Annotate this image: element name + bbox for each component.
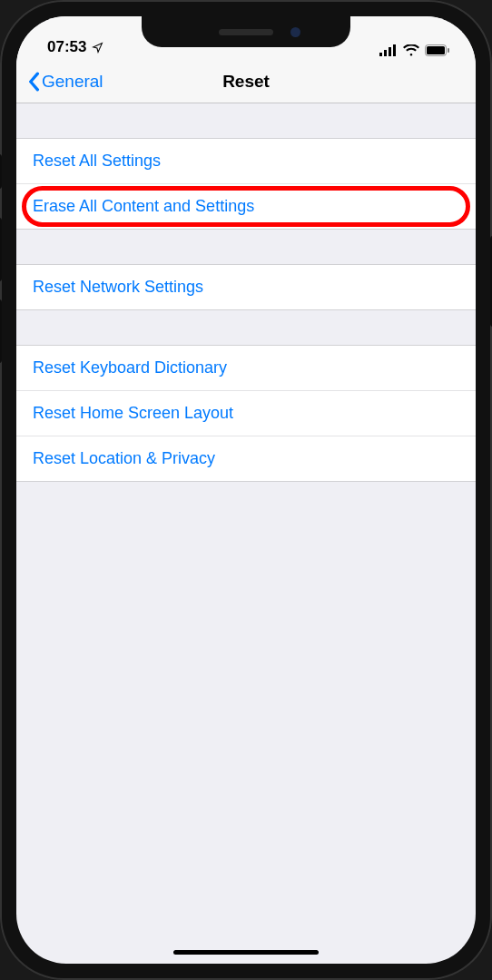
volume-up-button bbox=[0, 218, 2, 281]
cell-label: Reset All Settings bbox=[33, 152, 161, 170]
back-button[interactable]: General bbox=[27, 72, 103, 92]
reset-home-screen-layout-cell[interactable]: Reset Home Screen Layout bbox=[16, 391, 476, 436]
notch-camera bbox=[290, 27, 300, 37]
reset-keyboard-dictionary-cell[interactable]: Reset Keyboard Dictionary bbox=[16, 345, 476, 391]
status-time: 07:53 bbox=[47, 38, 86, 56]
erase-all-content-cell[interactable]: Erase All Content and Settings bbox=[16, 184, 476, 230]
mute-switch bbox=[0, 154, 2, 189]
svg-rect-0 bbox=[379, 53, 382, 56]
settings-group-3: Reset Keyboard Dictionary Reset Home Scr… bbox=[16, 345, 476, 482]
phone-frame: 07:53 bbox=[0, 0, 492, 980]
screen: 07:53 bbox=[16, 16, 476, 964]
settings-group-1: Reset All Settings Erase All Content and… bbox=[16, 138, 476, 230]
svg-rect-1 bbox=[384, 50, 387, 56]
cell-label: Reset Network Settings bbox=[33, 278, 203, 296]
chevron-left-icon bbox=[27, 72, 40, 92]
cell-label: Erase All Content and Settings bbox=[33, 197, 254, 215]
svg-rect-5 bbox=[427, 46, 445, 54]
nav-title: Reset bbox=[222, 72, 270, 92]
cellular-signal-icon bbox=[379, 44, 398, 56]
location-icon bbox=[92, 42, 103, 54]
svg-rect-3 bbox=[393, 44, 396, 56]
volume-down-button bbox=[0, 299, 2, 363]
wifi-icon bbox=[403, 44, 419, 56]
reset-location-privacy-cell[interactable]: Reset Location & Privacy bbox=[16, 436, 476, 482]
back-label: General bbox=[42, 72, 103, 92]
reset-network-settings-cell[interactable]: Reset Network Settings bbox=[16, 264, 476, 310]
cell-label: Reset Home Screen Layout bbox=[33, 404, 233, 422]
nav-bar: General Reset bbox=[16, 60, 476, 103]
cell-label: Reset Location & Privacy bbox=[33, 449, 215, 467]
settings-list: Reset All Settings Erase All Content and… bbox=[16, 103, 476, 482]
notch-speaker bbox=[219, 29, 273, 35]
reset-all-settings-cell[interactable]: Reset All Settings bbox=[16, 138, 476, 184]
home-indicator[interactable] bbox=[173, 950, 319, 955]
svg-rect-6 bbox=[448, 48, 449, 53]
notch bbox=[142, 16, 350, 47]
settings-group-2: Reset Network Settings bbox=[16, 264, 476, 310]
svg-rect-2 bbox=[389, 47, 391, 56]
cell-label: Reset Keyboard Dictionary bbox=[33, 358, 227, 377]
battery-icon bbox=[425, 44, 450, 56]
